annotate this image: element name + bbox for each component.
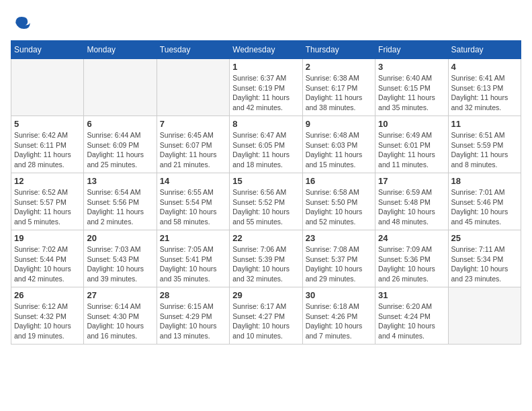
- weekday-header-friday: Friday: [375, 41, 448, 59]
- calendar-cell: 24Sunrise: 7:09 AM Sunset: 5:36 PM Dayli…: [375, 230, 448, 287]
- day-info: Sunrise: 7:11 AM Sunset: 5:34 PM Dayligh…: [451, 244, 518, 284]
- calendar-cell: 1Sunrise: 6:37 AM Sunset: 6:19 PM Daylig…: [230, 59, 302, 116]
- calendar-cell: 6Sunrise: 6:44 AM Sunset: 6:09 PM Daylig…: [84, 116, 157, 173]
- calendar-cell: 16Sunrise: 6:58 AM Sunset: 5:50 PM Dayli…: [302, 173, 375, 230]
- calendar-cell: 4Sunrise: 6:41 AM Sunset: 6:13 PM Daylig…: [448, 59, 521, 116]
- day-info: Sunrise: 7:01 AM Sunset: 5:46 PM Dayligh…: [451, 187, 518, 227]
- day-info: Sunrise: 6:40 AM Sunset: 6:15 PM Dayligh…: [378, 73, 445, 113]
- calendar-cell: 10Sunrise: 6:49 AM Sunset: 6:01 PM Dayli…: [375, 116, 448, 173]
- day-number: 9: [306, 119, 372, 129]
- calendar-week-row: 19Sunrise: 7:02 AM Sunset: 5:44 PM Dayli…: [11, 230, 521, 287]
- calendar-cell: 18Sunrise: 7:01 AM Sunset: 5:46 PM Dayli…: [448, 173, 521, 230]
- weekday-header-row: SundayMondayTuesdayWednesdayThursdayFrid…: [11, 41, 521, 59]
- day-info: Sunrise: 6:52 AM Sunset: 5:57 PM Dayligh…: [14, 187, 81, 227]
- day-number: 18: [451, 176, 518, 186]
- calendar-cell: 9Sunrise: 6:48 AM Sunset: 6:03 PM Daylig…: [302, 116, 375, 173]
- day-number: 5: [14, 119, 81, 129]
- day-info: Sunrise: 6:44 AM Sunset: 6:09 PM Dayligh…: [87, 130, 153, 170]
- logo: [11, 11, 39, 35]
- day-info: Sunrise: 6:41 AM Sunset: 6:13 PM Dayligh…: [451, 73, 518, 113]
- day-number: 19: [14, 233, 81, 243]
- day-info: Sunrise: 6:38 AM Sunset: 6:17 PM Dayligh…: [306, 73, 372, 113]
- day-number: 29: [232, 290, 299, 300]
- calendar-cell: 19Sunrise: 7:02 AM Sunset: 5:44 PM Dayli…: [11, 230, 84, 287]
- calendar-cell: 12Sunrise: 6:52 AM Sunset: 5:57 PM Dayli…: [11, 173, 84, 230]
- calendar-cell: 5Sunrise: 6:42 AM Sunset: 6:11 PM Daylig…: [11, 116, 84, 173]
- day-info: Sunrise: 6:18 AM Sunset: 4:26 PM Dayligh…: [306, 302, 372, 341]
- day-number: 25: [451, 233, 518, 243]
- day-info: Sunrise: 6:51 AM Sunset: 5:59 PM Dayligh…: [451, 130, 518, 170]
- day-info: Sunrise: 6:15 AM Sunset: 4:29 PM Dayligh…: [160, 302, 226, 341]
- calendar-cell: [84, 59, 157, 116]
- day-number: 3: [378, 62, 445, 72]
- calendar-cell: 17Sunrise: 6:59 AM Sunset: 5:48 PM Dayli…: [375, 173, 448, 230]
- calendar-cell: 23Sunrise: 7:08 AM Sunset: 5:37 PM Dayli…: [302, 230, 375, 287]
- calendar-week-row: 12Sunrise: 6:52 AM Sunset: 5:57 PM Dayli…: [11, 173, 521, 230]
- page-header: [11, 11, 521, 35]
- weekday-header-sunday: Sunday: [11, 41, 84, 59]
- calendar-cell: 14Sunrise: 6:55 AM Sunset: 5:54 PM Dayli…: [157, 173, 229, 230]
- calendar-cell: 31Sunrise: 6:20 AM Sunset: 4:24 PM Dayli…: [375, 287, 448, 345]
- logo-icon: [11, 11, 35, 35]
- day-info: Sunrise: 6:45 AM Sunset: 6:07 PM Dayligh…: [160, 130, 226, 170]
- weekday-header-tuesday: Tuesday: [157, 41, 229, 59]
- calendar-cell: 3Sunrise: 6:40 AM Sunset: 6:15 PM Daylig…: [375, 59, 448, 116]
- day-info: Sunrise: 6:14 AM Sunset: 4:30 PM Dayligh…: [87, 302, 153, 341]
- calendar-body: 1Sunrise: 6:37 AM Sunset: 6:19 PM Daylig…: [11, 59, 521, 345]
- day-info: Sunrise: 6:54 AM Sunset: 5:56 PM Dayligh…: [87, 187, 153, 227]
- calendar-cell: [157, 59, 229, 116]
- day-info: Sunrise: 6:47 AM Sunset: 6:05 PM Dayligh…: [232, 130, 299, 170]
- calendar-week-row: 26Sunrise: 6:12 AM Sunset: 4:32 PM Dayli…: [11, 287, 521, 345]
- calendar-cell: 25Sunrise: 7:11 AM Sunset: 5:34 PM Dayli…: [448, 230, 521, 287]
- day-info: Sunrise: 6:17 AM Sunset: 4:27 PM Dayligh…: [232, 302, 299, 341]
- day-info: Sunrise: 6:49 AM Sunset: 6:01 PM Dayligh…: [378, 130, 445, 170]
- day-number: 16: [306, 176, 372, 186]
- day-info: Sunrise: 7:08 AM Sunset: 5:37 PM Dayligh…: [306, 244, 372, 284]
- day-info: Sunrise: 7:06 AM Sunset: 5:39 PM Dayligh…: [232, 244, 299, 284]
- day-number: 10: [378, 119, 445, 129]
- calendar-cell: 11Sunrise: 6:51 AM Sunset: 5:59 PM Dayli…: [448, 116, 521, 173]
- day-info: Sunrise: 6:42 AM Sunset: 6:11 PM Dayligh…: [14, 130, 81, 170]
- day-number: 13: [87, 176, 153, 186]
- calendar-cell: 21Sunrise: 7:05 AM Sunset: 5:41 PM Dayli…: [157, 230, 229, 287]
- calendar-cell: 28Sunrise: 6:15 AM Sunset: 4:29 PM Dayli…: [157, 287, 229, 345]
- day-number: 7: [160, 119, 226, 129]
- calendar-cell: 26Sunrise: 6:12 AM Sunset: 4:32 PM Dayli…: [11, 287, 84, 345]
- day-number: 28: [160, 290, 226, 300]
- calendar-cell: 27Sunrise: 6:14 AM Sunset: 4:30 PM Dayli…: [84, 287, 157, 345]
- day-number: 11: [451, 119, 518, 129]
- day-info: Sunrise: 6:48 AM Sunset: 6:03 PM Dayligh…: [306, 130, 372, 170]
- calendar-cell: [448, 287, 521, 345]
- day-number: 15: [232, 176, 299, 186]
- day-number: 24: [378, 233, 445, 243]
- day-info: Sunrise: 6:58 AM Sunset: 5:50 PM Dayligh…: [306, 187, 372, 227]
- day-number: 20: [87, 233, 153, 243]
- weekday-header-monday: Monday: [84, 41, 157, 59]
- calendar-table: SundayMondayTuesdayWednesdayThursdayFrid…: [11, 40, 521, 345]
- day-info: Sunrise: 7:02 AM Sunset: 5:44 PM Dayligh…: [14, 244, 81, 284]
- day-number: 6: [87, 119, 153, 129]
- day-info: Sunrise: 6:37 AM Sunset: 6:19 PM Dayligh…: [232, 73, 299, 113]
- day-number: 21: [160, 233, 226, 243]
- calendar-cell: 8Sunrise: 6:47 AM Sunset: 6:05 PM Daylig…: [230, 116, 302, 173]
- weekday-header-wednesday: Wednesday: [230, 41, 302, 59]
- day-number: 12: [14, 176, 81, 186]
- day-number: 4: [451, 62, 518, 72]
- day-number: 8: [232, 119, 299, 129]
- day-number: 17: [378, 176, 445, 186]
- calendar-cell: 22Sunrise: 7:06 AM Sunset: 5:39 PM Dayli…: [230, 230, 302, 287]
- calendar-cell: [11, 59, 84, 116]
- day-info: Sunrise: 6:55 AM Sunset: 5:54 PM Dayligh…: [160, 187, 226, 227]
- day-number: 14: [160, 176, 226, 186]
- day-number: 1: [232, 62, 299, 72]
- calendar-header: SundayMondayTuesdayWednesdayThursdayFrid…: [11, 41, 521, 59]
- calendar-cell: 20Sunrise: 7:03 AM Sunset: 5:43 PM Dayli…: [84, 230, 157, 287]
- day-info: Sunrise: 7:09 AM Sunset: 5:36 PM Dayligh…: [378, 244, 445, 284]
- weekday-header-thursday: Thursday: [302, 41, 375, 59]
- calendar-week-row: 5Sunrise: 6:42 AM Sunset: 6:11 PM Daylig…: [11, 116, 521, 173]
- weekday-header-saturday: Saturday: [448, 41, 521, 59]
- day-info: Sunrise: 7:05 AM Sunset: 5:41 PM Dayligh…: [160, 244, 226, 284]
- day-number: 23: [306, 233, 372, 243]
- day-info: Sunrise: 6:12 AM Sunset: 4:32 PM Dayligh…: [14, 302, 81, 341]
- calendar-cell: 30Sunrise: 6:18 AM Sunset: 4:26 PM Dayli…: [302, 287, 375, 345]
